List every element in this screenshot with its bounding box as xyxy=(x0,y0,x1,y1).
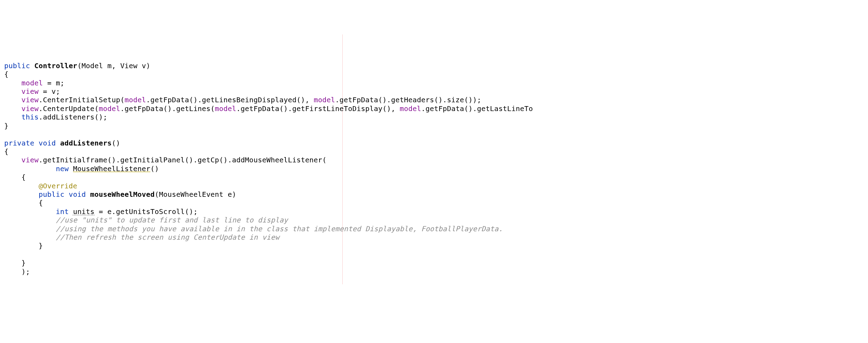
text: .getFpData().getLastLineTo xyxy=(421,104,533,113)
field-view: view xyxy=(21,156,39,164)
keyword-void: void xyxy=(69,190,86,199)
text: = v; xyxy=(39,87,60,96)
text: .getFpData().getFirstLineToDisplay(), xyxy=(236,104,400,113)
field-model: model xyxy=(314,96,335,104)
local-var: units xyxy=(73,207,94,216)
code-editor[interactable]: public Controller(Model m, View v) { mod… xyxy=(0,34,868,285)
params: (MouseWheelEvent e) xyxy=(154,190,236,199)
method-name: addListeners xyxy=(60,139,112,147)
field-view: view xyxy=(21,87,39,96)
field-model: model xyxy=(400,104,421,113)
brace: } xyxy=(4,241,43,250)
brace: { xyxy=(4,173,26,181)
comment: //using the methods you have available i… xyxy=(56,225,503,233)
constructor-name: Controller xyxy=(34,62,77,70)
keyword-public: public xyxy=(4,62,30,70)
brace: { xyxy=(4,70,8,78)
field-view: view xyxy=(21,104,39,113)
keyword-public: public xyxy=(39,190,64,199)
text: .getFpData().getHeaders().size()); xyxy=(335,96,481,104)
brace: { xyxy=(4,199,43,207)
keyword-new: new xyxy=(56,164,69,173)
text: = m; xyxy=(43,79,64,87)
text: .getInitialframe().getInitialPanel().get… xyxy=(39,156,327,164)
keyword-this: this xyxy=(21,113,39,121)
text: .getFpData().getLines( xyxy=(120,104,215,113)
parens: () xyxy=(150,164,159,173)
parens: () xyxy=(112,139,120,147)
text: .CenterUpdate( xyxy=(39,104,99,113)
comment: //Then refresh the screen using CenterUp… xyxy=(56,233,280,241)
brace: } xyxy=(4,122,8,130)
class-ref: MouseWheelListener xyxy=(73,164,150,173)
keyword-int: int xyxy=(56,207,69,216)
comment: //use "units" to update first and last l… xyxy=(56,216,288,224)
paren-close: ); xyxy=(4,267,30,276)
annotation-override: @Override xyxy=(39,182,77,190)
field-model: model xyxy=(215,104,236,113)
keyword-void: void xyxy=(39,139,56,147)
brace: { xyxy=(4,147,8,156)
text: .addListeners(); xyxy=(39,113,107,121)
field-view: view xyxy=(21,96,39,104)
code-block: public Controller(Model m, View v) { mod… xyxy=(4,62,868,276)
text: .getFpData().getLinesBeingDisplayed(), xyxy=(146,96,314,104)
method-name: mouseWheelMoved xyxy=(90,190,155,199)
text: = e.getUnitsToScroll(); xyxy=(94,207,198,216)
brace: } xyxy=(4,259,26,267)
field-model: model xyxy=(125,96,146,104)
field-model: model xyxy=(21,79,43,87)
keyword-private: private xyxy=(4,139,34,147)
field-model: model xyxy=(99,104,120,113)
params: (Model m, View v) xyxy=(77,62,150,70)
text: .CenterInitialSetup( xyxy=(39,96,125,104)
